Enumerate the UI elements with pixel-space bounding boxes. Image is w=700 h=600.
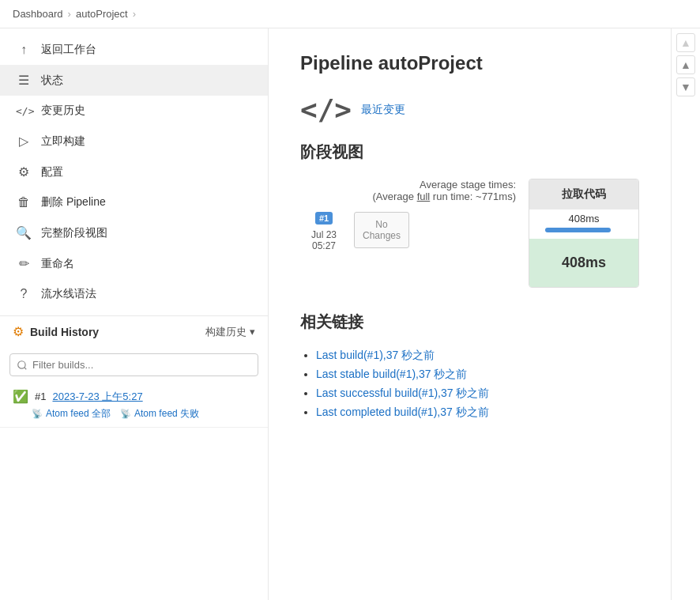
stage-build-date: Jul 23 [311, 229, 337, 240]
stage-left: Average stage times: (Average full run t… [300, 179, 516, 251]
list-item: Last successful build(#1),37 秒之前 [316, 387, 639, 401]
stage-card: 拉取代码 408ms 408ms [529, 179, 639, 288]
sidebar-item-label-changes: 变更历史 [41, 104, 85, 118]
stage-build-time: 05:27 [311, 240, 337, 251]
sidebar-item-label-full-stage: 完整阶段视图 [41, 226, 107, 240]
build-success-icon: ✅ [13, 389, 28, 404]
sidebar-item-label-config: 配置 [41, 165, 63, 179]
stage-card-value: 408ms [529, 239, 638, 287]
page-title: Pipeline autoProject [300, 52, 639, 74]
breadcrumb: Dashboard › autoProject › [0, 0, 700, 28]
sidebar-item-delete[interactable]: 🗑 删除 Pipeline [0, 187, 268, 217]
delete-icon: 🗑 [16, 195, 32, 209]
list-item: Last stable build(#1),37 秒之前 [316, 368, 639, 382]
rss-icon-fail: 📡 [120, 409, 131, 419]
atom-feed-fail-label: Atom feed 失败 [134, 407, 199, 421]
filter-builds-input[interactable] [9, 353, 258, 376]
sidebar-item-label-back: 返回工作台 [41, 43, 96, 57]
stage-card-time: 408ms [529, 209, 638, 228]
build-history-header: ⚙ Build History 构建历史 ▾ [0, 315, 268, 347]
recent-changes-link[interactable]: 最近变更 [361, 103, 405, 117]
sidebar-item-label-delete: 删除 Pipeline [41, 195, 106, 209]
build-date-link[interactable]: 2023-7-23 上午5:27 [52, 390, 142, 404]
list-item: Last completed build(#1),37 秒之前 [316, 406, 639, 420]
scroll-buttons: ▲ ▲ ▼ [671, 28, 700, 600]
atom-feed-all-link[interactable]: 📡 Atom feed 全部 [32, 407, 111, 421]
scroll-up-button[interactable]: ▲ [676, 33, 695, 52]
no-changes-box: NoChanges [354, 212, 409, 248]
help-icon: ? [16, 287, 32, 301]
build-number: #1 [35, 391, 46, 402]
breadcrumb-sep-2: › [133, 8, 136, 20]
stage-layout: Average stage times: (Average full run t… [300, 179, 639, 288]
stage-times-text: Average stage times: [420, 179, 516, 191]
changes-icon: </> [16, 105, 32, 117]
build-list: ✅ #1 2023-7-23 上午5:27 📡 Atom feed 全部 📡 A… [0, 383, 268, 600]
sidebar-item-label-syntax: 流水线语法 [41, 287, 96, 301]
related-link-2[interactable]: Last successful build(#1),37 秒之前 [316, 387, 489, 399]
sidebar-item-config[interactable]: ⚙ 配置 [0, 157, 268, 187]
rename-icon: ✏ [16, 256, 32, 271]
related-links-list: Last build(#1),37 秒之前 Last stable build(… [300, 349, 639, 420]
code-icon: </> [300, 93, 352, 126]
breadcrumb-dashboard[interactable]: Dashboard [13, 8, 63, 20]
atom-feed-fail-link[interactable]: 📡 Atom feed 失败 [120, 407, 199, 421]
stage-card-header: 拉取代码 [529, 179, 638, 209]
build-history-cn-label: 构建历史 [205, 325, 247, 339]
related-link-3[interactable]: Last completed build(#1),37 秒之前 [316, 406, 489, 418]
sidebar-item-syntax[interactable]: ? 流水线语法 [0, 279, 268, 309]
table-row: ✅ #1 2023-7-23 上午5:27 📡 Atom feed 全部 📡 A… [0, 383, 268, 428]
sidebar-item-rename[interactable]: ✏ 重命名 [0, 248, 268, 279]
status-icon: ☰ [16, 73, 32, 88]
stage-build-info: Jul 23 05:27 [311, 229, 337, 251]
sidebar: ↑ 返回工作台 ☰ 状态 </> 变更历史 ▷ 立即构建 ⚙ 配置 🗑 [0, 28, 269, 600]
sidebar-item-status[interactable]: ☰ 状态 [0, 65, 268, 96]
stage-build-tag: #1 [315, 212, 333, 225]
code-section: </> 最近变更 [300, 93, 639, 126]
related-link-0[interactable]: Last build(#1),37 秒之前 [316, 349, 435, 361]
stage-view: Average stage times: (Average full run t… [300, 179, 639, 288]
sidebar-item-back[interactable]: ↑ 返回工作台 [0, 35, 268, 65]
sidebar-item-full-stage[interactable]: 🔍 完整阶段视图 [0, 217, 268, 248]
back-icon: ↑ [16, 43, 32, 57]
filter-input-wrap [0, 347, 268, 383]
stage-build-row: #1 Jul 23 05:27 NoChanges [300, 212, 516, 251]
stage-run-time: (Average full run time: ~771ms) [372, 191, 516, 202]
breadcrumb-sep-1: › [68, 8, 71, 20]
build-links: 📡 Atom feed 全部 📡 Atom feed 失败 [13, 404, 255, 421]
sidebar-item-label-status: 状态 [41, 74, 63, 88]
stage-progress-bar [545, 228, 611, 232]
build-history-left: ⚙ Build History [13, 324, 99, 339]
build-history-gear-icon: ⚙ [13, 324, 24, 339]
scroll-up-arrow[interactable]: ▲ [676, 55, 695, 74]
atom-feed-all-label: Atom feed 全部 [46, 407, 111, 421]
sidebar-nav: ↑ 返回工作台 ☰ 状态 </> 变更历史 ▷ 立即构建 ⚙ 配置 🗑 [0, 28, 268, 315]
stage-times: Average stage times: (Average full run t… [300, 179, 516, 202]
related-links-title: 相关链接 [300, 311, 639, 333]
stage-view-title: 阶段视图 [300, 142, 639, 163]
chevron-down-icon: ▾ [250, 326, 255, 338]
build-item-row: ✅ #1 2023-7-23 上午5:27 [13, 389, 255, 404]
related-link-1[interactable]: Last stable build(#1),37 秒之前 [316, 368, 467, 380]
sidebar-item-build[interactable]: ▷ 立即构建 [0, 126, 268, 157]
build-history-right[interactable]: 构建历史 ▾ [205, 325, 255, 339]
build-icon: ▷ [16, 134, 32, 149]
sidebar-item-changes[interactable]: </> 变更历史 [0, 96, 268, 126]
related-links: 相关链接 Last build(#1),37 秒之前 Last stable b… [300, 311, 639, 420]
rss-icon: 📡 [32, 409, 43, 419]
config-icon: ⚙ [16, 164, 32, 179]
main-content: Pipeline autoProject </> 最近变更 阶段视图 Avera… [269, 28, 671, 600]
sidebar-item-label-build: 立即构建 [41, 134, 85, 149]
scroll-down-arrow[interactable]: ▼ [676, 77, 695, 96]
list-item: Last build(#1),37 秒之前 [316, 349, 639, 363]
search-icon: 🔍 [16, 225, 32, 240]
sidebar-item-label-rename: 重命名 [41, 257, 74, 271]
breadcrumb-project[interactable]: autoProject [76, 8, 128, 20]
build-history-title: Build History [30, 326, 99, 338]
